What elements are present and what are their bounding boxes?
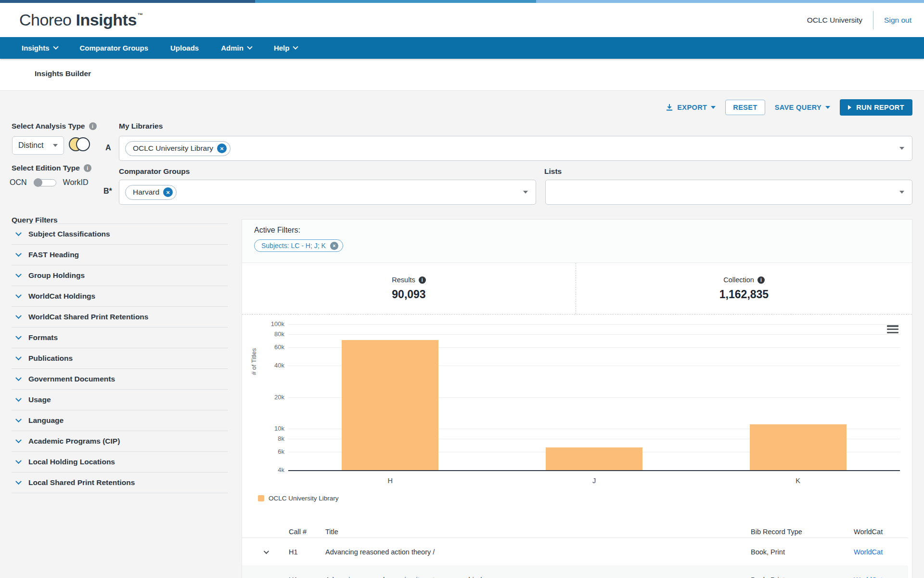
filter-publications[interactable]: Publications (12, 348, 228, 369)
chevron-down-icon (293, 44, 298, 49)
filter-group-holdings[interactable]: Group Holdings (12, 265, 228, 286)
reset-button[interactable]: RESET (725, 100, 765, 115)
comparator-groups-select[interactable]: Harvard × (119, 180, 536, 205)
filter-worldcat-holdings[interactable]: WorldCat Holdings (12, 286, 228, 307)
nav-item-admin[interactable]: Admin (221, 44, 252, 52)
filter-language[interactable]: Language (12, 410, 228, 431)
my-libraries-label: My Libraries (119, 122, 163, 131)
worldcat-link[interactable]: WorldCat (854, 548, 908, 556)
breadcrumb-band: Insights Builder (0, 59, 924, 91)
sign-out-link[interactable]: Sign out (884, 16, 911, 25)
y-tick-label: 10k (260, 425, 284, 432)
y-tick-label: 8k (260, 435, 284, 442)
chevron-down-icon (15, 271, 22, 277)
chevron-down-icon (53, 44, 58, 49)
info-icon[interactable]: i (89, 122, 97, 130)
save-query-button[interactable]: SAVE QUERY (775, 104, 830, 111)
query-filters-list: Subject Classifications FAST Heading Gro… (12, 223, 228, 493)
export-button[interactable]: EXPORT (666, 104, 716, 111)
comparator-chip: Harvard × (125, 185, 177, 200)
caret-down-icon (53, 144, 58, 147)
edition-toggle[interactable] (34, 179, 56, 186)
legend-swatch (258, 495, 264, 501)
analysis-type-value: Distinct (18, 141, 43, 150)
filter-formats[interactable]: Formats (12, 328, 228, 348)
results-table: Call # Title Bib Record Type WorldCat H1… (242, 525, 908, 578)
active-filters-label: Active Filters: (254, 226, 300, 235)
filter-local-holding-locations[interactable]: Local Holding Locations (12, 452, 228, 473)
chevron-down-icon (15, 313, 22, 319)
my-libraries-chip: OCLC University Library × (125, 141, 231, 156)
choreo-insights-logo: Choreo Insights™ (19, 11, 142, 29)
remove-filter-icon[interactable]: × (330, 242, 338, 250)
info-icon[interactable]: i (84, 164, 91, 172)
choreo-insights-app: Choreo Insights™ OCLC University Sign ou… (0, 0, 924, 578)
comparator-groups-label: Comparator Groups (119, 167, 190, 176)
nav-item-insights[interactable]: Insights (22, 44, 58, 52)
stats-row: Results i 90,093 Collection i 1,162,835 (242, 263, 912, 315)
run-report-label: RUN REPORT (856, 104, 904, 111)
edition-type-toggle-row: OCN WorkID (10, 178, 89, 187)
remove-chip-icon[interactable]: × (163, 187, 173, 197)
filter-worldcat-shared-print-retentions[interactable]: WorldCat Shared Print Retentions (12, 307, 228, 328)
caret-down-icon (899, 191, 904, 194)
expand-row-icon[interactable] (263, 548, 269, 553)
y-axis-title: # of Titles (250, 368, 257, 375)
collection-value: 1,162,835 (719, 288, 769, 301)
filter-usage[interactable]: Usage (12, 390, 228, 410)
report-toolbar: EXPORT RESET SAVE QUERY RUN REPORT (666, 99, 912, 116)
filter-local-shared-print-retentions[interactable]: Local Shared Print Retentions (12, 473, 228, 493)
chevron-down-icon (15, 478, 22, 485)
nav-uploads-label: Uploads (170, 44, 199, 52)
account-area: OCLC University Sign out (807, 11, 911, 29)
chart-legend[interactable]: OCLC University Library (258, 495, 339, 502)
bar-H[interactable] (342, 340, 438, 470)
bar-K[interactable] (750, 424, 847, 470)
filter-government-documents[interactable]: Government Documents (12, 369, 228, 390)
x-category-label: J (575, 477, 614, 485)
toggle-knob (34, 178, 42, 187)
filter-academic-programs-cip[interactable]: Academic Programs (CIP) (12, 431, 228, 452)
caret-down-icon (825, 106, 830, 109)
info-icon[interactable]: i (757, 276, 765, 284)
analysis-type-select[interactable]: Distinct (12, 136, 64, 155)
col-title: Title (325, 528, 751, 536)
chevron-down-icon (15, 354, 22, 360)
caret-down-icon (523, 191, 528, 194)
remove-chip-icon[interactable]: × (217, 144, 227, 153)
run-report-button[interactable]: RUN REPORT (840, 99, 912, 116)
nav-item-help[interactable]: Help (274, 44, 298, 52)
chevron-down-icon (15, 375, 22, 381)
x-category-label: K (779, 477, 817, 485)
table-header-row: Call # Title Bib Record Type WorldCat (242, 525, 908, 538)
breadcrumb: Insights Builder (35, 69, 91, 78)
chevron-down-icon (15, 437, 22, 443)
worldcat-link[interactable]: WorldCat (854, 576, 908, 578)
my-libraries-select[interactable]: OCLC University Library × (119, 136, 912, 161)
cell-bib-record-type: Book, Print (751, 576, 854, 578)
filter-subject-classifications[interactable]: Subject Classifications (12, 224, 228, 245)
nav-item-uploads[interactable]: Uploads (170, 44, 199, 52)
chevron-down-icon (15, 292, 22, 298)
cell-title: Advancing reasoned action theory / (325, 548, 751, 556)
info-icon[interactable]: i (419, 276, 426, 284)
bar-chart: # of Titles 100k80k60k40k20k10k8k6k4kHJK (242, 315, 912, 488)
venn-diagram-icon (69, 137, 91, 152)
active-filters-bar: Active Filters: Subjects: LC - H; J; K × (242, 220, 912, 263)
nav-item-comparator-groups[interactable]: Comparator Groups (80, 44, 149, 52)
y-tick-label: 20k (260, 394, 284, 401)
lists-select[interactable] (545, 180, 912, 205)
filter-fast-heading[interactable]: FAST Heading (12, 245, 228, 265)
bar-J[interactable] (546, 447, 642, 470)
table-row: H1 Advancing reasoned action theory / Bo… (242, 538, 908, 565)
analysis-type-label: Select Analysis Type i (12, 122, 97, 131)
col-worldcat: WorldCat (854, 528, 908, 536)
app-header: Choreo Insights™ OCLC University Sign ou… (0, 3, 924, 37)
chevron-down-icon (15, 458, 22, 464)
gridline (288, 334, 900, 335)
cell-title: Advancing research on minority entrepren… (325, 576, 751, 578)
download-icon (666, 104, 673, 111)
chart-menu-icon[interactable] (887, 325, 898, 333)
col-call-number: Call # (289, 528, 325, 536)
cell-bib-record-type: Book, Print (751, 548, 854, 556)
